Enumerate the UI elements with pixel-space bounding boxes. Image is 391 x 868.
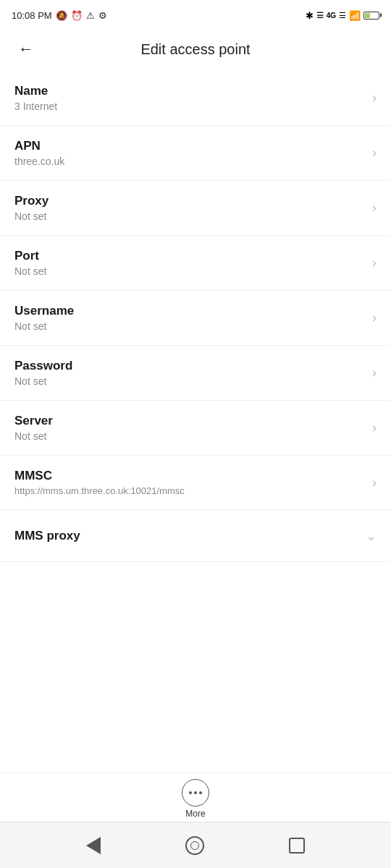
- port-value: Not set: [14, 265, 46, 277]
- proxy-label: Proxy: [14, 194, 49, 208]
- apn-value: three.co.uk: [14, 156, 64, 167]
- chevron-right-icon: ›: [372, 90, 377, 106]
- list-item-proxy-text: Proxy Not set: [14, 194, 49, 222]
- list-item-port-text: Port Not set: [14, 249, 46, 277]
- name-label: Name: [14, 84, 57, 98]
- more-button[interactable]: [182, 779, 209, 807]
- list-item-mmsc[interactable]: MMSC https://mms.um.three.co.uk:10021/mm…: [0, 456, 391, 510]
- chevron-right-icon: ›: [372, 200, 377, 216]
- list-item-mms-proxy[interactable]: MMS proxy ⌄: [0, 510, 391, 562]
- more-bar: More: [0, 773, 391, 822]
- app-bar: ← Edit access point: [0, 27, 391, 71]
- chevron-right-icon: ›: [372, 475, 377, 490]
- access-point-list: Name 3 Internet › APN three.co.uk › Prox…: [0, 71, 391, 773]
- list-item-apn-text: APN three.co.uk: [14, 139, 64, 167]
- chevron-right-icon: ›: [372, 310, 377, 326]
- list-item-mms-proxy-text: MMS proxy: [14, 529, 80, 543]
- mute-icon: 🔕: [56, 10, 67, 21]
- nav-home-button[interactable]: [185, 836, 204, 855]
- nav-recents-button[interactable]: [289, 838, 305, 854]
- username-label: Username: [14, 304, 74, 318]
- warning-icon: ⚠: [86, 10, 95, 21]
- mmsc-value: https://mms.um.three.co.uk:10021/mmsc: [14, 485, 185, 496]
- nav-back-triangle-icon: [86, 837, 101, 854]
- settings-icon: ⚙: [98, 10, 107, 21]
- chevron-right-icon: ›: [372, 420, 377, 435]
- status-icons: ✱ ☰ 4G ☰ 📶: [306, 10, 379, 21]
- list-item-username[interactable]: Username Not set ›: [0, 291, 391, 346]
- back-arrow-icon: ←: [18, 40, 34, 59]
- list-item-username-text: Username Not set: [14, 304, 74, 332]
- list-item-password-text: Password Not set: [14, 359, 72, 387]
- chevron-right-icon: ›: [372, 145, 377, 161]
- port-label: Port: [14, 249, 46, 263]
- time-display: 10:08 PM: [12, 10, 52, 21]
- mms-proxy-label: MMS proxy: [14, 529, 80, 543]
- list-item-password[interactable]: Password Not set ›: [0, 346, 391, 401]
- battery-icon: [363, 12, 379, 20]
- list-item-port[interactable]: Port Not set ›: [0, 236, 391, 291]
- wifi-icon: 📶: [349, 10, 361, 21]
- name-value: 3 Internet: [14, 101, 57, 112]
- signal2-icon: ☰: [339, 11, 346, 20]
- password-label: Password: [14, 359, 72, 373]
- list-item-server-text: Server Not set: [14, 414, 53, 442]
- more-dot-1: [189, 791, 192, 794]
- username-value: Not set: [14, 320, 74, 332]
- list-item-server[interactable]: Server Not set ›: [0, 401, 391, 456]
- nav-home-circle-icon: [185, 836, 204, 855]
- chevron-right-icon: ›: [372, 255, 377, 271]
- more-dot-3: [199, 791, 202, 794]
- page-title: Edit access point: [41, 41, 350, 58]
- server-label: Server: [14, 414, 53, 428]
- status-time: 10:08 PM 🔕 ⏰ ⚠ ⚙: [12, 10, 107, 21]
- status-bar: 10:08 PM 🔕 ⏰ ⚠ ⚙ ✱ ☰ 4G ☰ 📶: [0, 0, 391, 27]
- server-value: Not set: [14, 430, 53, 442]
- back-button[interactable]: ←: [12, 35, 41, 64]
- nav-bar: [0, 822, 391, 868]
- chevron-down-icon: ⌄: [366, 528, 377, 544]
- mmsc-label: MMSC: [14, 469, 185, 483]
- more-label: More: [185, 809, 205, 819]
- signal-strength-icon: ☰: [316, 11, 324, 20]
- battery-fill: [365, 13, 370, 18]
- list-item-mmsc-text: MMSC https://mms.um.three.co.uk:10021/mm…: [14, 469, 185, 496]
- list-item-name-text: Name 3 Internet: [14, 84, 57, 112]
- list-item-name[interactable]: Name 3 Internet ›: [0, 71, 391, 126]
- list-item-proxy[interactable]: Proxy Not set ›: [0, 181, 391, 236]
- alarm-icon: ⏰: [71, 10, 83, 21]
- nav-recents-square-icon: [289, 838, 305, 854]
- 4g-icon: 4G: [327, 12, 336, 20]
- more-dot-2: [194, 791, 197, 794]
- password-value: Not set: [14, 375, 72, 387]
- list-item-apn[interactable]: APN three.co.uk ›: [0, 126, 391, 181]
- nav-back-button[interactable]: [86, 837, 101, 854]
- chevron-right-icon: ›: [372, 365, 377, 380]
- bluetooth-icon: ✱: [306, 10, 314, 21]
- proxy-value: Not set: [14, 210, 49, 222]
- apn-label: APN: [14, 139, 64, 153]
